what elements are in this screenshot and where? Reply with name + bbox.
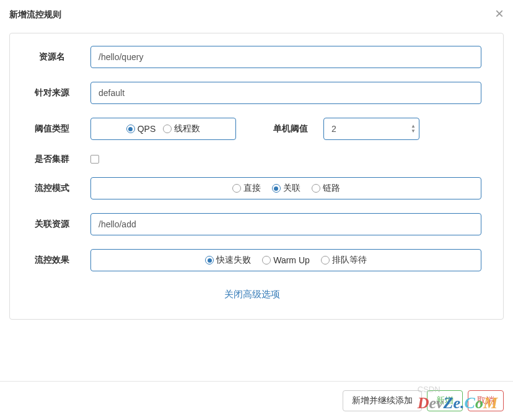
label-related-resource: 关联资源: [22, 219, 90, 230]
label-resource-name: 资源名: [22, 51, 90, 63]
label-flow-mode: 流控模式: [22, 183, 90, 194]
spinner-icons[interactable]: ▲ ▼: [411, 124, 416, 134]
radio-label: 排队等待: [332, 255, 367, 266]
row-flow-effect: 流控效果 快速失败 Warm Up 排队等待: [22, 249, 481, 271]
radio-icon: [163, 125, 172, 133]
row-resource-name: 资源名: [22, 46, 481, 68]
row-threshold-type: 阈值类型 QPS 线程数 单机阈值 ▲ ▼: [22, 118, 481, 140]
confirm-button[interactable]: 新增: [427, 390, 463, 411]
label-flow-effect: 流控效果: [22, 255, 90, 266]
row-cluster: 是否集群: [22, 154, 481, 165]
radio-group-threshold-type: QPS 线程数: [90, 118, 236, 140]
row-flow-mode: 流控模式 直接 关联 链路: [22, 177, 481, 199]
row-related-resource: 关联资源: [22, 213, 481, 235]
input-resource-name[interactable]: [90, 46, 481, 68]
radio-icon: [262, 256, 271, 265]
radio-label: 快速失败: [216, 255, 251, 266]
radio-label: 直接: [243, 183, 261, 194]
modal-body: 资源名 针对来源 阈值类型 QPS 线程数 单机阈值: [0, 27, 513, 329]
input-limit-app[interactable]: [90, 82, 481, 104]
label-limit-app: 针对来源: [22, 87, 90, 98]
modal-title: 新增流控规则: [9, 9, 61, 19]
radio-label: QPS: [138, 124, 156, 134]
modal-footer: 新增并继续添加 新增 取消: [0, 381, 513, 420]
label-cluster: 是否集群: [22, 154, 90, 165]
checkbox-cluster[interactable]: [90, 155, 99, 164]
form-panel: 资源名 针对来源 阈值类型 QPS 线程数 单机阈值: [9, 33, 504, 320]
radio-icon: [272, 184, 281, 193]
radio-label: 线程数: [174, 123, 200, 134]
chevron-down-icon[interactable]: ▼: [411, 129, 416, 134]
radio-direct[interactable]: 直接: [232, 183, 261, 194]
radio-qps[interactable]: QPS: [126, 124, 156, 134]
add-continue-button[interactable]: 新增并继续添加: [343, 390, 422, 411]
radio-label: 关联: [283, 183, 300, 194]
cancel-button[interactable]: 取消: [468, 390, 504, 411]
advanced-toggle-wrap: 关闭高级选项: [22, 289, 481, 300]
input-related-resource[interactable]: [90, 213, 481, 235]
radio-thread[interactable]: 线程数: [163, 123, 200, 134]
radio-group-flow-effect: 快速失败 Warm Up 排队等待: [90, 249, 481, 271]
radio-icon: [312, 184, 320, 193]
radio-label: Warm Up: [273, 255, 310, 265]
radio-icon: [126, 125, 135, 133]
close-icon[interactable]: ×: [495, 6, 504, 21]
radio-label: 链路: [323, 183, 340, 194]
radio-failfast[interactable]: 快速失败: [205, 255, 251, 266]
advanced-toggle-link[interactable]: 关闭高级选项: [224, 289, 280, 299]
radio-warmup[interactable]: Warm Up: [262, 255, 310, 265]
radio-group-flow-mode: 直接 关联 链路: [90, 177, 481, 199]
label-threshold-type: 阈值类型: [22, 123, 90, 134]
radio-icon: [232, 184, 241, 193]
radio-icon: [321, 256, 330, 265]
input-threshold-value[interactable]: [323, 118, 419, 140]
radio-relate[interactable]: 关联: [272, 183, 300, 194]
label-threshold-value: 单机阈值: [273, 123, 308, 134]
row-limit-app: 针对来源: [22, 82, 481, 104]
radio-queue[interactable]: 排队等待: [321, 255, 367, 266]
threshold-input-wrap: ▲ ▼: [323, 118, 419, 140]
radio-icon: [205, 256, 214, 265]
radio-chain[interactable]: 链路: [312, 183, 340, 194]
modal-header: 新增流控规则 ×: [0, 0, 513, 27]
